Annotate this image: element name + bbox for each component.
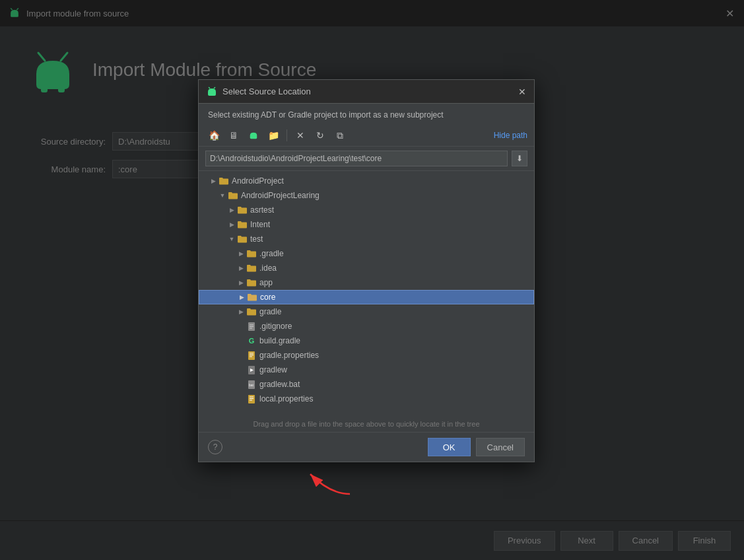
svg-rect-9 — [58, 85, 65, 92]
dialog-subtitle: Select existing ADT or Gradle project to… — [199, 104, 534, 125]
tree-label-intent: Intent — [250, 220, 270, 229]
toolbar-android-button[interactable] — [245, 127, 262, 143]
toolbar-desktop-button[interactable]: 🖥 — [225, 127, 242, 143]
module-name-input[interactable] — [112, 160, 205, 178]
tree-item-asrtest[interactable]: asrtest — [199, 203, 534, 217]
folder-icon-app — [246, 277, 257, 288]
toolbar-refresh-button[interactable]: ↻ — [312, 127, 329, 143]
tree-item-androidproject[interactable]: AndroidProject — [199, 174, 534, 188]
svg-line-12 — [209, 87, 210, 88]
file-icon-gradleproperties — [246, 350, 257, 361]
svg-line-3 — [17, 9, 18, 11]
help-button[interactable]: ? — [208, 440, 222, 454]
svg-rect-20 — [248, 351, 255, 360]
toolbar-home-button[interactable]: 🏠 — [205, 127, 222, 143]
tree-label-app: app — [259, 278, 273, 287]
tree-label-androidprojectlearing: AndroidProjectLearing — [241, 191, 320, 200]
main-title: Import Module from Source — [92, 59, 316, 81]
tree-arrow-idea — [236, 263, 246, 273]
tree-label-gradle2: gradle — [259, 307, 281, 316]
toolbar-delete-button[interactable]: ✕ — [292, 127, 309, 143]
tree-label-androidproject: AndroidProject — [232, 176, 284, 186]
title-bar-text: Import module from source — [26, 9, 129, 18]
title-bar-close-button[interactable]: ✕ — [723, 7, 736, 20]
tree-item-buildgradle[interactable]: Gbuild.gradle — [199, 333, 534, 348]
folder-icon-core — [247, 292, 257, 302]
svg-line-7 — [61, 53, 67, 61]
dialog-toolbar: 🏠 🖥 📁 ✕ ↻ ⧉ Hide path — [199, 125, 534, 147]
file-icon-gitignore — [246, 321, 257, 332]
svg-text:bat: bat — [249, 383, 254, 387]
folder-icon-intent — [237, 219, 248, 230]
tree-item-androidprojectlearing[interactable]: AndroidProjectLearing — [199, 188, 534, 203]
path-input[interactable] — [205, 151, 508, 166]
path-browse-button[interactable]: ⬇ — [512, 151, 527, 166]
toolbar-separator-1 — [287, 129, 287, 141]
folder-icon-androidprojectlearing — [228, 190, 238, 201]
dialog-cancel-button[interactable]: Cancel — [476, 438, 525, 456]
dialog-title-text: Select Source Location — [222, 87, 311, 96]
dialog-close-button[interactable]: ✕ — [518, 87, 526, 97]
hide-path-button[interactable]: Hide path — [494, 131, 527, 140]
tree-item-gradleproperties[interactable]: gradle.properties — [199, 348, 534, 363]
svg-rect-8 — [41, 85, 48, 92]
tree-arrow-app — [236, 277, 246, 288]
svg-line-2 — [11, 9, 13, 11]
dialog-file-tree[interactable]: AndroidProject AndroidProjectLearing asr… — [199, 171, 534, 417]
file-icon-gradlewbat: bat — [246, 379, 257, 390]
next-button[interactable]: Next — [560, 531, 613, 551]
tree-item-intent[interactable]: Intent — [199, 217, 534, 232]
drag-hint-text: Drag and drop a file into the space abov… — [199, 417, 534, 432]
tree-item-app[interactable]: app — [199, 275, 534, 290]
dialog-titlebar: Select Source Location ✕ — [199, 80, 534, 104]
tree-item-gradlewbat[interactable]: batgradlew.bat — [199, 377, 534, 392]
file-icon-localproperties — [246, 394, 257, 404]
title-bar: Import module from source ✕ — [0, 0, 744, 26]
folder-icon-androidproject — [219, 176, 229, 186]
tree-label-buildgradle: build.gradle — [259, 336, 300, 345]
android-small-icon — [8, 7, 21, 20]
tree-arrow-gradle — [236, 248, 246, 259]
tree-label-test: test — [250, 234, 263, 244]
tree-label-gradlew: gradlew — [259, 365, 287, 374]
dialog-android-icon — [207, 87, 217, 97]
tree-arrow-androidprojectlearing — [217, 190, 228, 201]
tree-label-gradleproperties: gradle.properties — [259, 351, 319, 360]
dialog-bottom-bar: ? OK Cancel — [199, 432, 534, 462]
tree-item-idea[interactable]: .idea — [199, 261, 534, 275]
tree-arrow-intent — [226, 219, 237, 230]
file-icon-gradlew — [246, 365, 257, 375]
arrow-annotation — [290, 461, 370, 501]
tree-label-asrtest: asrtest — [250, 205, 274, 215]
previous-button[interactable]: Previous — [494, 531, 555, 551]
folder-icon-idea — [246, 263, 257, 273]
folder-icon-test — [237, 234, 248, 244]
tree-item-gradlew[interactable]: gradlew — [199, 363, 534, 377]
tree-label-localproperties: local.properties — [259, 394, 313, 403]
folder-icon-asrtest — [237, 205, 248, 215]
toolbar-link-button[interactable]: ⧉ — [331, 127, 349, 143]
tree-item-test[interactable]: test — [199, 232, 534, 246]
svg-line-13 — [214, 87, 215, 88]
folder-icon-gradle2 — [246, 306, 257, 317]
tree-item-gradle[interactable]: .gradle — [199, 246, 534, 261]
toolbar-folder-button[interactable]: 📁 — [265, 127, 282, 143]
tree-arrow-test — [226, 234, 237, 244]
tree-label-gradlewbat: gradlew.bat — [259, 380, 300, 389]
tree-item-core[interactable]: core — [199, 290, 534, 304]
dialog-ok-button[interactable]: OK — [428, 438, 471, 456]
tree-item-gitignore[interactable]: .gitignore — [199, 319, 534, 333]
tree-item-localproperties[interactable]: local.properties — [199, 392, 534, 406]
android-logo-icon — [26, 46, 79, 99]
source-directory-input[interactable] — [112, 132, 205, 151]
tree-item-gradle2[interactable]: gradle — [199, 304, 534, 319]
cancel-button[interactable]: Cancel — [619, 531, 673, 551]
dialog-path-row: ⬇ — [199, 147, 534, 171]
tree-arrow-gradle2 — [236, 306, 246, 317]
tree-label-idea: .idea — [259, 263, 277, 273]
tree-arrow-core — [236, 292, 247, 302]
select-source-dialog: Select Source Location ✕ Select existing… — [198, 79, 535, 462]
tree-label-gradle: .gradle — [259, 249, 284, 258]
finish-button[interactable]: Finish — [678, 531, 731, 551]
tree-arrow-androidproject — [208, 176, 219, 186]
